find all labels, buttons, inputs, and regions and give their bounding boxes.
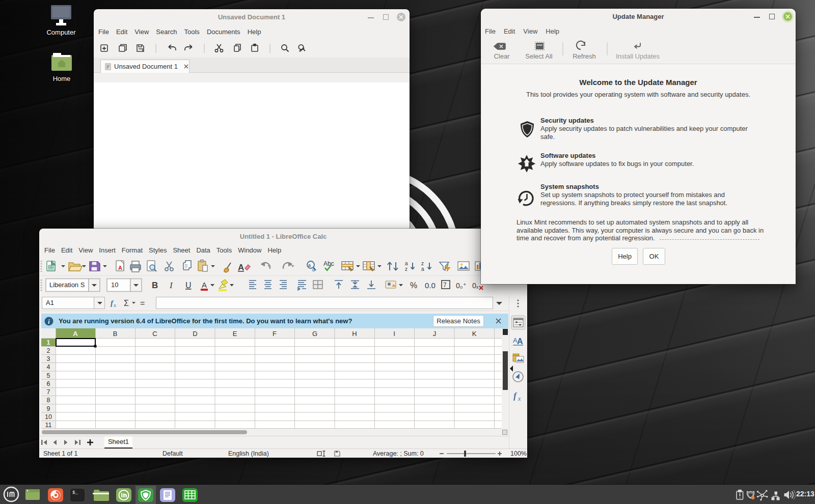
svg-text:E: E <box>233 330 237 338</box>
svg-text:F: F <box>273 330 277 338</box>
svg-text:a: a <box>308 263 311 268</box>
svg-text:A: A <box>73 330 78 338</box>
svg-text:D: D <box>193 330 197 338</box>
svg-text:6: 6 <box>47 380 50 387</box>
svg-text:d: d <box>312 267 315 272</box>
svg-text:1: 1 <box>47 339 50 346</box>
svg-text:z: z <box>405 266 408 272</box>
svg-text:H: H <box>352 330 357 338</box>
svg-text:=: = <box>140 299 145 307</box>
svg-text:I: I <box>169 281 173 290</box>
svg-text:10: 10 <box>111 281 118 289</box>
svg-text:11: 11 <box>45 422 52 429</box>
svg-text:B: B <box>113 330 118 338</box>
svg-text:B: B <box>152 281 158 290</box>
svg-text:8: 8 <box>47 397 50 404</box>
svg-text:3: 3 <box>47 355 50 362</box>
svg-text:$_: $_ <box>72 490 78 495</box>
svg-text:Clear: Clear <box>494 52 510 60</box>
svg-text:Liberation S: Liberation S <box>49 281 85 289</box>
svg-text:Refresh: Refresh <box>573 52 596 60</box>
svg-text:0₀⁺: 0₀⁺ <box>456 282 467 290</box>
svg-text:K: K <box>472 330 477 338</box>
svg-text:a: a <box>421 266 424 272</box>
svg-text:A: A <box>202 281 207 289</box>
svg-text:C: C <box>152 330 157 338</box>
svg-text:f: f <box>513 391 518 401</box>
svg-text:0ₓ: 0ₓ <box>472 282 479 290</box>
svg-text:x: x <box>113 302 116 308</box>
svg-text:0.0: 0.0 <box>425 281 436 290</box>
svg-text:2: 2 <box>47 347 50 354</box>
svg-text:7: 7 <box>443 282 447 289</box>
svg-text:G: G <box>312 330 317 338</box>
svg-text:Abc: Abc <box>323 260 334 267</box>
svg-text:%: % <box>410 281 417 290</box>
svg-text:4: 4 <box>47 363 50 371</box>
svg-text:A: A <box>517 337 523 346</box>
svg-text:A: A <box>238 263 244 272</box>
svg-text:U: U <box>185 281 192 290</box>
svg-text:I: I <box>393 330 395 338</box>
svg-text:Install Updates: Install Updates <box>616 52 660 60</box>
svg-text:a: a <box>405 261 408 266</box>
svg-text:Select All: Select All <box>525 52 553 60</box>
svg-text:10: 10 <box>45 413 52 421</box>
svg-text:A: A <box>118 265 122 271</box>
svg-text:7: 7 <box>47 388 50 396</box>
svg-text:J: J <box>433 330 437 338</box>
svg-text:z: z <box>421 261 424 266</box>
svg-text:5: 5 <box>47 372 50 379</box>
svg-text:Σ: Σ <box>124 299 129 307</box>
svg-text:x: x <box>518 395 521 402</box>
svg-text:9: 9 <box>47 405 50 412</box>
